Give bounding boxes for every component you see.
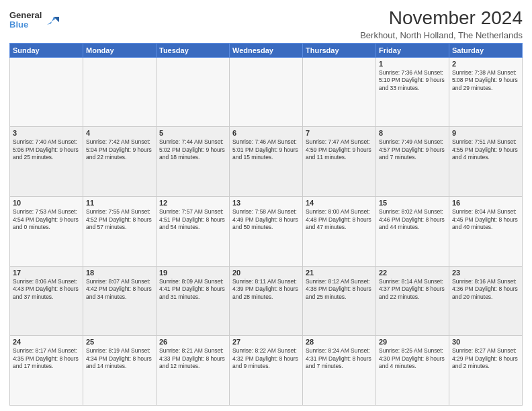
day-number: 26 [159, 338, 226, 346]
header: General Blue November 2024 Berkhout, Nor… [9, 8, 523, 40]
day-number: 4 [86, 129, 153, 137]
cell-3-3: 20Sunrise: 8:11 AM Sunset: 4:39 PM Dayli… [230, 266, 303, 336]
day-number: 25 [86, 338, 153, 346]
cell-1-4: 7Sunrise: 7:47 AM Sunset: 4:59 PM Daylig… [303, 127, 376, 197]
logo-blue: Blue [9, 20, 42, 30]
logo: General Blue [9, 11, 59, 30]
day-info: Sunrise: 8:22 AM Sunset: 4:32 PM Dayligh… [232, 347, 300, 370]
cell-2-1: 11Sunrise: 7:55 AM Sunset: 4:52 PM Dayli… [83, 197, 157, 267]
day-info: Sunrise: 7:36 AM Sunset: 5:10 PM Dayligh… [379, 69, 446, 92]
day-info: Sunrise: 7:53 AM Sunset: 4:54 PM Dayligh… [13, 208, 80, 231]
day-number: 18 [86, 269, 153, 277]
cell-4-0: 24Sunrise: 8:17 AM Sunset: 4:35 PM Dayli… [10, 336, 83, 406]
day-number: 29 [379, 338, 446, 346]
week-row-4: 24Sunrise: 8:17 AM Sunset: 4:35 PM Dayli… [10, 336, 523, 406]
day-number: 3 [13, 129, 80, 137]
day-info: Sunrise: 8:25 AM Sunset: 4:30 PM Dayligh… [379, 347, 446, 370]
day-info: Sunrise: 7:40 AM Sunset: 5:06 PM Dayligh… [13, 138, 80, 161]
day-number: 22 [379, 269, 446, 277]
day-info: Sunrise: 7:47 AM Sunset: 4:59 PM Dayligh… [306, 138, 373, 161]
col-saturday: Saturday [449, 43, 523, 57]
day-info: Sunrise: 8:17 AM Sunset: 4:35 PM Dayligh… [13, 347, 80, 370]
day-number: 23 [452, 269, 519, 277]
day-info: Sunrise: 7:38 AM Sunset: 5:08 PM Dayligh… [452, 69, 519, 92]
day-info: Sunrise: 8:09 AM Sunset: 4:41 PM Dayligh… [159, 278, 226, 301]
cell-3-1: 18Sunrise: 8:07 AM Sunset: 4:42 PM Dayli… [83, 266, 157, 336]
cell-0-3 [230, 57, 303, 127]
day-number: 27 [232, 338, 300, 346]
cell-2-4: 14Sunrise: 8:00 AM Sunset: 4:48 PM Dayli… [303, 197, 376, 267]
day-number: 10 [13, 199, 80, 207]
cell-3-5: 22Sunrise: 8:14 AM Sunset: 4:37 PM Dayli… [376, 266, 449, 336]
day-info: Sunrise: 8:02 AM Sunset: 4:46 PM Dayligh… [379, 208, 446, 231]
cell-4-2: 26Sunrise: 8:21 AM Sunset: 4:33 PM Dayli… [157, 336, 230, 406]
day-info: Sunrise: 7:58 AM Sunset: 4:49 PM Dayligh… [232, 208, 300, 231]
cell-3-0: 17Sunrise: 8:06 AM Sunset: 4:43 PM Dayli… [10, 266, 83, 336]
page: General Blue November 2024 Berkhout, Nor… [0, 0, 532, 411]
day-number: 24 [13, 338, 80, 346]
cell-4-5: 29Sunrise: 8:25 AM Sunset: 4:30 PM Dayli… [376, 336, 449, 406]
day-number: 28 [306, 338, 373, 346]
day-number: 6 [232, 129, 300, 137]
day-number: 12 [159, 199, 226, 207]
day-number: 9 [452, 129, 519, 137]
day-info: Sunrise: 7:44 AM Sunset: 5:02 PM Dayligh… [159, 138, 226, 161]
day-info: Sunrise: 7:51 AM Sunset: 4:55 PM Dayligh… [452, 138, 519, 161]
day-info: Sunrise: 8:04 AM Sunset: 4:45 PM Dayligh… [452, 208, 519, 231]
day-number: 30 [452, 338, 519, 346]
main-title: November 2024 [360, 8, 523, 29]
day-info: Sunrise: 7:42 AM Sunset: 5:04 PM Dayligh… [86, 138, 153, 161]
day-number: 17 [13, 269, 80, 277]
day-info: Sunrise: 8:06 AM Sunset: 4:43 PM Dayligh… [13, 278, 80, 301]
cell-3-2: 19Sunrise: 8:09 AM Sunset: 4:41 PM Dayli… [157, 266, 230, 336]
day-number: 19 [159, 269, 226, 277]
cell-0-2 [157, 57, 230, 127]
cell-4-6: 30Sunrise: 8:27 AM Sunset: 4:29 PM Dayli… [449, 336, 523, 406]
day-info: Sunrise: 7:46 AM Sunset: 5:01 PM Dayligh… [232, 138, 300, 161]
logo-icon [44, 13, 59, 28]
cell-2-3: 13Sunrise: 7:58 AM Sunset: 4:49 PM Dayli… [230, 197, 303, 267]
week-row-3: 17Sunrise: 8:06 AM Sunset: 4:43 PM Dayli… [10, 266, 523, 336]
day-number: 8 [379, 129, 446, 137]
cell-2-5: 15Sunrise: 8:02 AM Sunset: 4:46 PM Dayli… [376, 197, 449, 267]
cell-1-2: 5Sunrise: 7:44 AM Sunset: 5:02 PM Daylig… [157, 127, 230, 197]
logo-text: General Blue [9, 11, 42, 30]
cell-1-0: 3Sunrise: 7:40 AM Sunset: 5:06 PM Daylig… [10, 127, 83, 197]
day-info: Sunrise: 8:19 AM Sunset: 4:34 PM Dayligh… [86, 347, 153, 370]
week-row-1: 3Sunrise: 7:40 AM Sunset: 5:06 PM Daylig… [10, 127, 523, 197]
day-info: Sunrise: 8:14 AM Sunset: 4:37 PM Dayligh… [379, 278, 446, 301]
week-row-0: 1Sunrise: 7:36 AM Sunset: 5:10 PM Daylig… [10, 57, 523, 127]
cell-4-1: 25Sunrise: 8:19 AM Sunset: 4:34 PM Dayli… [83, 336, 157, 406]
calendar-body: 1Sunrise: 7:36 AM Sunset: 5:10 PM Daylig… [10, 57, 523, 405]
cell-4-4: 28Sunrise: 8:24 AM Sunset: 4:31 PM Dayli… [303, 336, 376, 406]
cell-1-5: 8Sunrise: 7:49 AM Sunset: 4:57 PM Daylig… [376, 127, 449, 197]
subtitle: Berkhout, North Holland, The Netherlands [360, 30, 523, 40]
cell-0-1 [83, 57, 157, 127]
day-number: 15 [379, 199, 446, 207]
day-number: 13 [232, 199, 300, 207]
cell-1-6: 9Sunrise: 7:51 AM Sunset: 4:55 PM Daylig… [449, 127, 523, 197]
day-number: 20 [232, 269, 300, 277]
calendar: Sunday Monday Tuesday Wednesday Thursday… [9, 43, 523, 406]
col-wednesday: Wednesday [230, 43, 303, 57]
week-row-2: 10Sunrise: 7:53 AM Sunset: 4:54 PM Dayli… [10, 197, 523, 267]
col-sunday: Sunday [10, 43, 83, 57]
day-info: Sunrise: 8:12 AM Sunset: 4:38 PM Dayligh… [306, 278, 373, 301]
day-info: Sunrise: 8:21 AM Sunset: 4:33 PM Dayligh… [159, 347, 226, 370]
day-number: 11 [86, 199, 153, 207]
day-info: Sunrise: 7:49 AM Sunset: 4:57 PM Dayligh… [379, 138, 446, 161]
day-info: Sunrise: 8:00 AM Sunset: 4:48 PM Dayligh… [306, 208, 373, 231]
calendar-table: Sunday Monday Tuesday Wednesday Thursday… [9, 43, 523, 406]
cell-1-1: 4Sunrise: 7:42 AM Sunset: 5:04 PM Daylig… [83, 127, 157, 197]
cell-4-3: 27Sunrise: 8:22 AM Sunset: 4:32 PM Dayli… [230, 336, 303, 406]
cell-1-3: 6Sunrise: 7:46 AM Sunset: 5:01 PM Daylig… [230, 127, 303, 197]
title-block: November 2024 Berkhout, North Holland, T… [360, 8, 523, 40]
cell-0-6: 2Sunrise: 7:38 AM Sunset: 5:08 PM Daylig… [449, 57, 523, 127]
header-row: Sunday Monday Tuesday Wednesday Thursday… [10, 43, 523, 57]
day-info: Sunrise: 8:24 AM Sunset: 4:31 PM Dayligh… [306, 347, 373, 370]
col-friday: Friday [376, 43, 449, 57]
day-number: 5 [159, 129, 226, 137]
day-number: 7 [306, 129, 373, 137]
day-info: Sunrise: 8:07 AM Sunset: 4:42 PM Dayligh… [86, 278, 153, 301]
day-info: Sunrise: 8:11 AM Sunset: 4:39 PM Dayligh… [232, 278, 300, 301]
